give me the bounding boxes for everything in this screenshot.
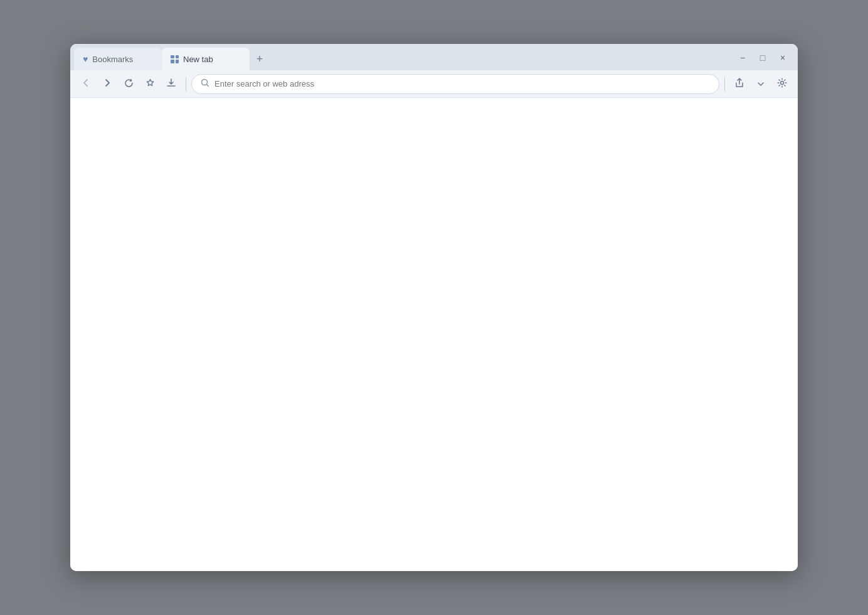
browser-window: ♥ Bookmarks New tab + − □ × <box>70 44 798 571</box>
chevron-down-icon <box>757 78 765 89</box>
tab-new-tab-label: New tab <box>183 55 213 64</box>
svg-point-1 <box>781 82 784 85</box>
heart-icon: ♥ <box>83 54 88 64</box>
dropdown-button[interactable] <box>751 75 770 94</box>
minimize-button[interactable]: − <box>734 49 751 67</box>
minimize-icon: − <box>740 53 745 63</box>
star-icon <box>146 78 155 90</box>
share-button[interactable] <box>730 75 749 94</box>
back-icon <box>82 78 90 89</box>
window-controls: − □ × <box>734 49 794 70</box>
tab-bookmarks-label: Bookmarks <box>92 55 133 64</box>
bookmark-star-button[interactable] <box>140 75 159 94</box>
download-button[interactable] <box>162 75 181 94</box>
add-tab-button[interactable]: + <box>250 49 270 69</box>
search-icon <box>201 78 209 89</box>
download-icon <box>167 78 176 90</box>
settings-button[interactable] <box>773 75 791 94</box>
share-icon <box>735 78 744 90</box>
plus-icon: + <box>257 53 263 66</box>
toolbar-divider-left <box>186 77 186 91</box>
close-icon: × <box>780 53 785 63</box>
reload-icon <box>124 78 134 90</box>
back-button[interactable] <box>77 75 95 94</box>
toolbar <box>70 70 798 98</box>
tab-bookmarks[interactable]: ♥ Bookmarks <box>74 48 162 70</box>
tab-new-tab[interactable]: New tab <box>162 48 250 70</box>
close-button[interactable]: × <box>774 49 791 67</box>
toolbar-divider-right <box>724 77 725 91</box>
forward-icon <box>103 78 112 89</box>
tab-bar: ♥ Bookmarks New tab + − □ × <box>70 44 798 70</box>
gear-icon <box>777 78 787 90</box>
maximize-button[interactable]: □ <box>754 49 771 67</box>
forward-button[interactable] <box>98 75 117 94</box>
grid-icon <box>171 55 179 63</box>
page-content <box>70 98 798 571</box>
reload-button[interactable] <box>119 75 138 94</box>
maximize-icon: □ <box>760 53 765 63</box>
address-bar[interactable] <box>191 74 719 94</box>
address-input[interactable] <box>214 79 710 88</box>
